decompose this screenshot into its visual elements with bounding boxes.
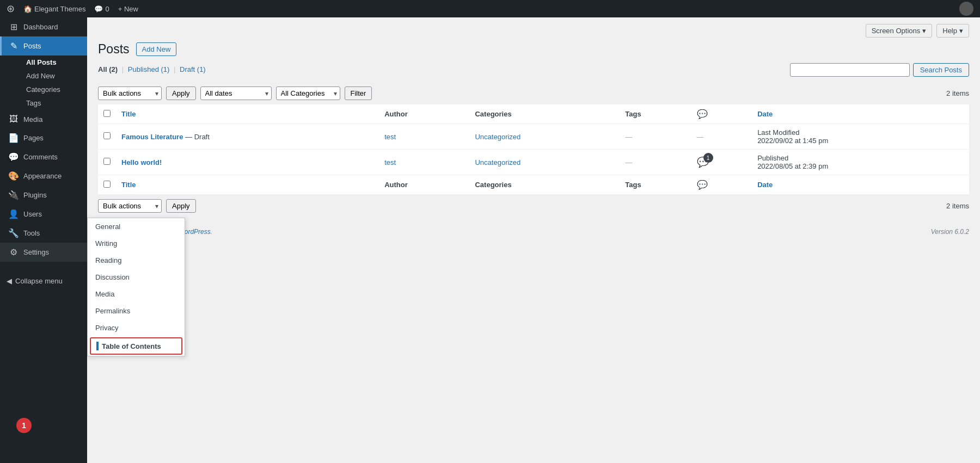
comment-icon: 💬 [94, 5, 103, 13]
dates-wrapper: All dates September 2022 August 2022 [200, 87, 272, 100]
col-title-bottom[interactable]: Title [116, 175, 379, 195]
posts-table: Title Author Categories Tags 💬 [98, 104, 969, 195]
post-title-link-1[interactable]: Famous Literature [121, 133, 185, 141]
col-title[interactable]: Title [116, 104, 379, 124]
sidebar-item-categories[interactable]: Categories [20, 83, 87, 96]
row-checkbox-1[interactable] [103, 132, 111, 139]
col-tags: Tags [620, 104, 691, 124]
table-footer-row: Title Author Categories Tags 💬 [98, 175, 969, 195]
layout: ⊞ Dashboard ✎ Posts All Posts Add New Ca… [0, 17, 980, 463]
settings-menu-discussion[interactable]: Discussion [88, 269, 185, 286]
select-all-checkbox[interactable] [103, 110, 111, 117]
help-chevron-icon: ▾ [959, 27, 963, 35]
search-posts-button[interactable]: Search Posts [913, 63, 969, 77]
settings-menu-table-of-contents[interactable]: Table of Contents [90, 337, 182, 355]
settings-icon: ⚙ [8, 247, 19, 257]
table-row: Famous Literature — Draft test Uncategor… [98, 124, 969, 150]
sidebar-item-plugins[interactable]: 🔌 Plugins [0, 186, 87, 205]
post-date-cell-2: Published 2022/08/05 at 2:39 pm [752, 150, 969, 175]
main-content: Screen Options ▾ Help ▾ Posts Add New Al… [87, 17, 980, 463]
settings-menu-permalinks[interactable]: Permalinks [88, 303, 185, 319]
items-count-top: 2 items [946, 89, 969, 97]
sidebar-item-users[interactable]: 👤 Users [0, 205, 87, 224]
settings-menu-general[interactable]: General [88, 218, 185, 235]
table-row: Hello world! test Uncategorized — [98, 150, 969, 175]
col-author-bottom: Author [379, 175, 469, 195]
sidebar-item-settings[interactable]: ⚙ Settings [0, 243, 87, 262]
row-checkbox-2[interactable] [103, 158, 111, 165]
filter-all[interactable]: All (2) [98, 65, 118, 73]
category-link-1[interactable]: Uncategorized [475, 133, 520, 141]
settings-menu-privacy[interactable]: Privacy [88, 319, 185, 336]
post-title-link-2[interactable]: Hello world! [121, 158, 162, 166]
sidebar-item-posts[interactable]: ✎ Posts [0, 36, 87, 55]
avatar[interactable] [959, 2, 973, 16]
draft-label-1: — Draft [185, 133, 210, 141]
collapse-icon: ◀ [7, 277, 12, 285]
sidebar-item-media[interactable]: 🖼 Media [0, 110, 87, 128]
screen-options-button[interactable]: Screen Options ▾ [866, 24, 933, 38]
comment-count-badge: 1 [703, 153, 713, 163]
appearance-icon: 🎨 [8, 171, 19, 181]
pages-icon: 📄 [8, 133, 19, 143]
dates-select[interactable]: All dates September 2022 August 2022 [200, 87, 272, 100]
col-author: Author [379, 104, 469, 124]
post-author-cell-2: test [379, 150, 469, 175]
col-tags-bottom: Tags [620, 175, 691, 195]
settings-menu-reading[interactable]: Reading [88, 252, 185, 269]
wp-logo-icon[interactable]: ⊛ [7, 3, 15, 15]
sidebar-item-pages[interactable]: 📄 Pages [0, 128, 87, 147]
table-header-row: Title Author Categories Tags 💬 [98, 104, 969, 124]
sidebar-item-add-new[interactable]: Add New [20, 69, 87, 83]
add-new-button[interactable]: Add New [136, 42, 177, 56]
select-all-checkbox-bottom[interactable] [103, 181, 111, 188]
sidebar-item-tags[interactable]: Tags [20, 96, 87, 110]
page-title-row: Posts Add New [98, 42, 969, 57]
left-accent-bar [96, 342, 99, 350]
settings-menu-writing[interactable]: Writing [88, 235, 185, 252]
comments-link[interactable]: 💬 0 [94, 5, 109, 13]
filter-button[interactable]: Filter [345, 87, 372, 100]
post-title-cell-2: Hello world! [116, 150, 379, 175]
apply-button[interactable]: Apply [166, 87, 196, 100]
author-link-2[interactable]: test [384, 158, 396, 166]
author-link-1[interactable]: test [384, 133, 396, 141]
new-content-link[interactable]: + New [118, 5, 138, 13]
comments-nav-icon: 💬 [8, 152, 19, 162]
comment-bubble-bottom-icon: 💬 [697, 180, 708, 189]
settings-menu-media[interactable]: Media [88, 286, 185, 303]
collapse-menu-button[interactable]: ◀ Collapse menu [0, 273, 87, 289]
filter-links: All (2) | Published (1) | Draft (1) [98, 65, 206, 73]
filter-published[interactable]: Published (1) [128, 65, 170, 73]
help-button[interactable]: Help ▾ [936, 24, 969, 38]
notification-badge: 1 [16, 418, 32, 433]
filter-draft[interactable]: Draft (1) [180, 65, 206, 73]
category-link-2[interactable]: Uncategorized [475, 158, 520, 166]
sidebar-item-all-posts[interactable]: All Posts [20, 55, 87, 69]
search-input[interactable] [790, 63, 910, 77]
bulk-actions-wrapper: Bulk actions Edit Move to Trash [98, 87, 162, 100]
col-comments: 💬 [691, 104, 752, 124]
media-icon: 🖼 [8, 114, 19, 124]
col-categories: Categories [469, 104, 620, 124]
col-date[interactable]: Date [752, 104, 969, 124]
tools-icon: 🔧 [8, 228, 19, 238]
comment-badge-wrapper[interactable]: 💬 1 [697, 156, 709, 168]
users-icon: 👤 [8, 209, 19, 219]
search-row: Search Posts [790, 63, 969, 77]
bottom-apply-button[interactable]: Apply [166, 199, 196, 213]
bottom-bulk-select[interactable]: Bulk actions Edit Move to Trash [98, 199, 162, 213]
dashboard-icon: ⊞ [8, 22, 19, 32]
post-author-cell-1: test [379, 124, 469, 150]
sidebar-item-comments[interactable]: 💬 Comments [0, 147, 87, 166]
posts-submenu: All Posts Add New Categories Tags [0, 55, 87, 110]
bulk-actions-select[interactable]: Bulk actions Edit Move to Trash [98, 87, 162, 100]
top-toolbar: Bulk actions Edit Move to Trash Apply Al… [98, 87, 969, 100]
categories-select[interactable]: All Categories Uncategorized [276, 87, 340, 100]
sidebar-item-appearance[interactable]: 🎨 Appearance [0, 166, 87, 186]
sidebar-item-tools[interactable]: 🔧 Tools [0, 224, 87, 243]
sidebar-item-dashboard[interactable]: ⊞ Dashboard [0, 17, 87, 36]
footer: Thank you for creating with WordPress. V… [98, 224, 969, 240]
site-name[interactable]: 🏠 Elegant Themes [23, 5, 85, 13]
col-date-bottom[interactable]: Date [752, 175, 969, 195]
